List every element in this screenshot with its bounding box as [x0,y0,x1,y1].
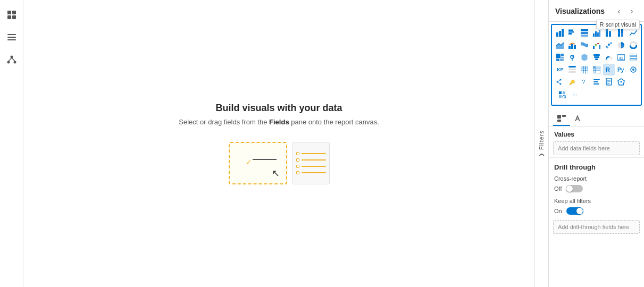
report-view-icon[interactable] [2,5,21,24]
svg-rect-56 [594,56,599,58]
format-tab[interactable] [570,111,587,126]
more-options-icon[interactable]: ··· [569,89,581,100]
gauge-icon[interactable] [603,52,615,63]
ai-insights-icon[interactable] [628,64,639,75]
line-and-stacked-icon[interactable] [566,39,578,51]
illus-line-xs [302,172,326,173]
illus-dot [296,152,299,155]
py-visual-icon[interactable]: Py [615,64,627,75]
ribbon-chart-icon[interactable] [579,39,590,51]
on-label: On [554,208,562,214]
card-icon[interactable]: 42 [615,52,627,63]
svg-rect-57 [595,58,598,60]
svg-text:Py: Py [617,67,624,73]
paginated-report-icon[interactable] [603,76,615,88]
svg-rect-22 [595,31,597,37]
key-influencers-icon[interactable]: 🔑 [566,76,578,88]
decomp-tree-icon[interactable] [554,76,566,88]
svg-line-11 [12,58,15,61]
svg-point-42 [610,43,612,44]
svg-rect-101 [557,115,561,119]
build-format-tabs [549,108,644,126]
r-visual-icon[interactable]: R [603,64,615,75]
svg-rect-38 [597,43,599,44]
svg-rect-0 [7,11,11,14]
waterfall-icon[interactable] [591,39,603,51]
panel-next-button[interactable]: › [626,5,638,17]
svg-rect-55 [593,54,600,56]
drag-illustration: ↖ [229,142,287,184]
svg-text:🔑: 🔑 [569,79,575,86]
funnel-icon[interactable] [591,52,603,63]
azure-map-icon[interactable] [615,76,627,88]
illus-dot [296,171,299,174]
svg-rect-50 [559,58,564,61]
illus-line-short [302,166,326,167]
toggle-track-on [566,207,583,215]
data-view-icon[interactable] [2,28,21,47]
scatter-chart-icon[interactable] [603,39,615,51]
smart-narrative-icon[interactable] [591,76,603,88]
pie-chart-icon[interactable] [615,39,627,51]
viz-icon-grid: 42 KPI R Py [554,27,639,88]
filters-strip[interactable]: ❯ Filters [534,0,548,287]
svg-point-41 [608,44,610,46]
illus-row-4 [296,171,326,174]
table-icon[interactable] [579,64,590,75]
svg-rect-33 [568,46,571,49]
svg-line-84 [557,80,561,82]
values-drop-zone[interactable]: Add data fields here [553,141,640,155]
get-more-visuals-icon[interactable]: + [556,89,568,100]
illustration: ↖ [229,142,330,184]
svg-rect-23 [597,32,599,37]
donut-chart-icon[interactable] [628,39,639,51]
area-chart-icon[interactable] [554,39,566,51]
treemap-icon[interactable] [554,52,566,63]
matrix-icon[interactable] [591,64,603,75]
cross-report-toggle[interactable] [566,185,583,192]
svg-rect-35 [574,45,576,49]
100pct-bar-icon[interactable] [579,27,590,39]
svg-rect-60 [630,54,637,56]
svg-rect-1 [12,11,16,14]
svg-rect-19 [581,32,588,34]
illus-row-1 [296,152,326,155]
panel-prev-button[interactable]: ‹ [613,5,625,17]
stacked-bar-icon[interactable] [554,27,566,39]
svg-rect-64 [568,66,576,67]
keep-filters-toggle[interactable] [566,207,583,215]
svg-rect-24 [599,30,600,37]
illus-line-medium [302,159,326,161]
svg-rect-37 [595,44,597,46]
svg-rect-14 [562,29,564,37]
model-view-icon[interactable] [2,50,21,69]
svg-rect-3 [12,15,16,19]
slicer-icon[interactable] [566,64,578,75]
svg-rect-98 [559,95,562,98]
svg-point-95 [621,81,622,83]
build-tab[interactable] [553,111,570,126]
svg-rect-39 [599,45,600,49]
qa-icon[interactable]: ? [579,76,590,88]
panel-nav: ‹ › [613,5,638,17]
svg-rect-28 [609,31,611,32]
kpi-icon[interactable]: KPI [554,64,566,75]
svg-point-80 [632,69,634,71]
svg-line-10 [9,58,12,61]
svg-rect-13 [559,31,561,37]
svg-rect-90 [593,83,599,85]
svg-text:42: 42 [619,56,623,60]
filters-label: ❯ Filters [538,130,545,157]
clustered-bar-icon[interactable] [566,27,578,39]
illus-row-2 [296,158,326,162]
values-label: Values [549,126,644,140]
svg-rect-18 [581,29,588,31]
build-visuals-title: Build visuals with your data [179,103,379,114]
multi-row-card-icon[interactable] [628,52,639,63]
svg-rect-47 [556,54,561,58]
map-icon[interactable] [566,52,578,63]
filters-chevron-icon: ❯ [539,152,544,157]
svg-rect-51 [561,57,564,58]
filled-map-icon[interactable] [579,52,590,63]
drill-through-drop-zone[interactable]: Add drill-through fields here [553,220,640,234]
